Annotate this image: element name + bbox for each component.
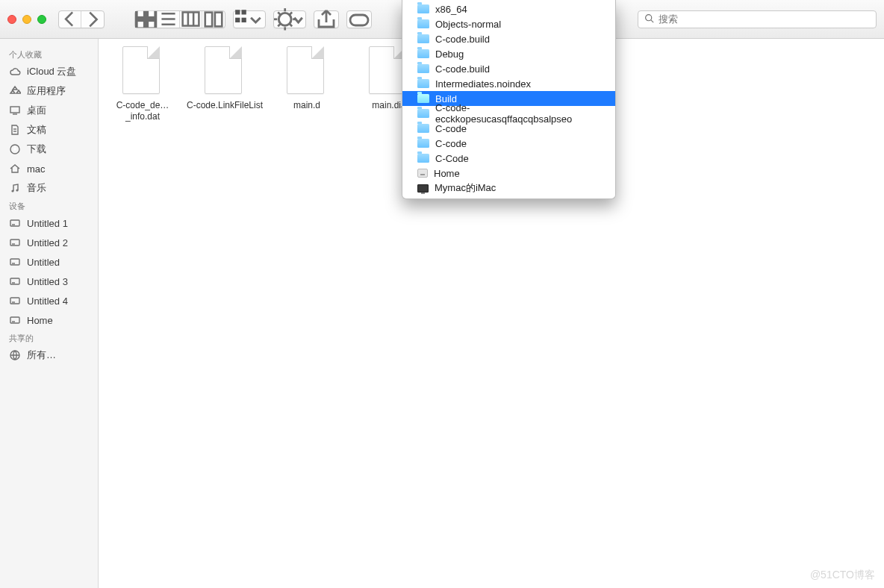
action-menu-button[interactable]	[274, 11, 305, 28]
disk-icon	[9, 237, 21, 248]
sidebar-item-label: mac	[27, 163, 46, 175]
document-icon	[287, 46, 327, 96]
path-menu-item[interactable]: Debug	[402, 46, 615, 61]
sidebar-item-label: 下载	[27, 143, 46, 156]
share-button[interactable]	[314, 11, 338, 28]
path-menu-item[interactable]: C-code-ecckkopesucasqffaqcqbsalpseo	[402, 106, 615, 121]
view-list-button[interactable]	[158, 11, 180, 28]
disk-icon	[417, 169, 428, 178]
search-field[interactable]	[638, 10, 877, 28]
svg-rect-3	[149, 22, 154, 27]
view-columns-button[interactable]	[180, 11, 202, 28]
zoom-window-button[interactable]	[37, 15, 46, 24]
file-name-label: C-code_de…_info.dat	[102, 100, 184, 122]
group-by-button[interactable]	[234, 11, 265, 28]
tags-button[interactable]	[347, 11, 371, 28]
sidebar-item[interactable]: Untitled 1	[0, 213, 98, 233]
path-menu-item[interactable]: C-Code	[402, 151, 615, 166]
sidebar-item[interactable]: 桌面	[0, 101, 98, 120]
path-menu-item[interactable]: C-code	[402, 136, 615, 151]
sidebar-item[interactable]: mac	[0, 159, 98, 178]
search-input[interactable]	[659, 13, 870, 25]
file-name-label: main.d	[293, 100, 320, 111]
sidebar-section-header: 共享的	[0, 330, 98, 345]
sidebar-item-label: 所有…	[27, 348, 56, 362]
sidebar-item-label: Home	[27, 315, 53, 326]
svg-rect-15	[242, 17, 246, 22]
watermark: @51CTO博客	[810, 569, 875, 582]
path-menu-item[interactable]: C-code.build	[402, 31, 615, 46]
file-name-label: main.dia	[372, 100, 405, 111]
sidebar-item[interactable]: 下载	[0, 140, 98, 159]
svg-rect-2	[138, 22, 143, 27]
path-menu-item[interactable]: Mymac的iMac	[402, 181, 615, 196]
sidebar-item[interactable]: iCloud 云盘	[0, 62, 98, 81]
computer-icon	[417, 184, 429, 193]
file-item[interactable]: C-code.LinkFileList	[184, 46, 266, 122]
svg-rect-14	[235, 17, 240, 22]
svg-line-23	[278, 24, 280, 26]
apps-icon	[9, 85, 21, 97]
minimize-window-button[interactable]	[22, 15, 31, 24]
svg-point-16	[278, 13, 291, 25]
svg-line-21	[278, 12, 280, 14]
back-button[interactable]	[59, 11, 81, 28]
svg-rect-41	[10, 278, 19, 284]
folder-icon	[417, 19, 429, 28]
folder-icon	[417, 64, 429, 73]
disk-icon	[9, 217, 21, 229]
action-menu-group	[273, 10, 306, 28]
path-dropdown: x86_64Objects-normalC-code.buildDebugC-c…	[402, 0, 616, 199]
svg-rect-1	[149, 11, 154, 16]
path-menu-label: Objects-normal	[435, 19, 501, 30]
sidebar: 个人收藏iCloud 云盘应用程序桌面文稿下载mac音乐设备Untitled 1…	[0, 39, 99, 588]
share-button-group	[314, 10, 339, 28]
sidebar-item-label: Untitled 2	[27, 237, 68, 248]
svg-rect-45	[10, 317, 19, 323]
file-item[interactable]: C-code_de…_info.dat	[102, 46, 184, 122]
path-menu-item[interactable]: Objects-normal	[402, 16, 615, 31]
sidebar-item[interactable]: Untitled	[0, 252, 98, 272]
sidebar-item[interactable]: Home	[0, 310, 98, 330]
folder-icon	[417, 79, 429, 88]
sidebar-item-label: 应用程序	[27, 84, 66, 98]
svg-line-27	[651, 19, 653, 22]
disk-icon	[9, 314, 21, 326]
path-menu-item[interactable]: C-code.build	[402, 61, 615, 76]
sidebar-item-label: Untitled 1	[27, 218, 68, 229]
svg-line-22	[290, 24, 292, 26]
disk-icon	[9, 256, 21, 268]
close-window-button[interactable]	[7, 15, 16, 24]
forward-button[interactable]	[81, 11, 104, 28]
sidebar-item-label: Untitled 3	[27, 276, 68, 287]
sidebar-item[interactable]: 应用程序	[0, 81, 98, 101]
sidebar-item[interactable]: 文稿	[0, 120, 98, 140]
home-icon	[9, 163, 21, 175]
svg-rect-37	[10, 240, 19, 245]
view-mode-switch	[134, 10, 225, 28]
sidebar-item[interactable]: Untitled 4	[0, 291, 98, 310]
path-menu-label: C-code-ecckkopesucasqffaqcqbsalpseo	[435, 102, 606, 125]
view-icons-button[interactable]	[135, 11, 158, 28]
path-menu-label: C-Code	[435, 153, 469, 164]
sidebar-item[interactable]: Untitled 3	[0, 272, 98, 291]
sidebar-item[interactable]: 所有…	[0, 345, 98, 365]
path-menu-label: C-code	[435, 138, 467, 149]
sidebar-item[interactable]: Untitled 2	[0, 233, 98, 252]
folder-icon	[417, 124, 429, 133]
sidebar-section-header: 个人收藏	[0, 46, 98, 62]
path-menu-item[interactable]: Intermediates.noindex	[402, 76, 615, 91]
view-gallery-button[interactable]	[202, 11, 225, 28]
svg-point-26	[646, 14, 652, 20]
folder-icon	[417, 109, 429, 118]
path-menu-item[interactable]: x86_64	[402, 1, 615, 16]
disk-icon	[9, 295, 21, 307]
file-item[interactable]: main.d	[266, 46, 348, 122]
path-menu-label: C-code.build	[435, 63, 490, 75]
sidebar-section-header: 设备	[0, 198, 98, 213]
sidebar-item[interactable]: 音乐	[0, 178, 98, 198]
svg-rect-13	[242, 10, 246, 14]
path-menu-item[interactable]: Home	[402, 166, 615, 181]
svg-rect-10	[205, 12, 212, 26]
svg-rect-28	[10, 107, 19, 113]
